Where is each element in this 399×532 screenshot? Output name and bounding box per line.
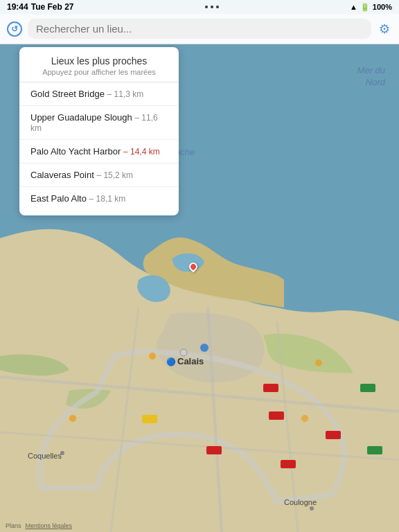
time: 19:44 — [7, 2, 28, 12]
svg-point-17 — [69, 415, 76, 422]
gear-icon[interactable]: ⚙ — [377, 21, 392, 37]
location-item-0[interactable]: Gold Street Bridge – 11,3 km — [19, 82, 179, 106]
status-left: 19:44 Tue Feb 27 — [7, 2, 74, 12]
status-bar: 19:44 Tue Feb 27 ▲ 🔋 100% — [0, 0, 399, 14]
date: Tue Feb 27 — [31, 2, 74, 12]
svg-rect-11 — [263, 384, 278, 392]
map-attribution: Plans Mentions légales — [6, 522, 72, 529]
svg-rect-7 — [206, 446, 222, 454]
location-name-3: Calaveras Point — [30, 170, 94, 180]
panel-title: Lieux les plus proches — [19, 55, 179, 68]
location-distance-0: – 11,3 km — [107, 89, 144, 99]
status-right: ▲ 🔋 100% — [350, 3, 392, 12]
svg-point-16 — [149, 353, 156, 360]
location-name-4: East Palo Alto — [30, 193, 87, 204]
refresh-arrow-icon: ↺ — [11, 24, 18, 34]
svg-rect-9 — [326, 431, 341, 439]
svg-rect-10 — [281, 460, 296, 468]
location-distance-2: – 14,4 km — [123, 147, 160, 157]
location-panel: Lieux les plus proches Appuyez pour affi… — [19, 47, 179, 215]
location-item-4[interactable]: East Palo Alto – 18,1 km — [19, 187, 179, 210]
svg-point-20 — [200, 344, 209, 352]
svg-rect-13 — [367, 446, 382, 454]
svg-point-15 — [310, 506, 314, 511]
location-name-2: Palo Alto Yacht Harbor — [30, 146, 121, 157]
location-item-3[interactable]: Calaveras Point – 15,2 km — [19, 163, 179, 187]
status-center — [205, 6, 219, 8]
map: Mer duNord Manche 🔵Calais Coquelles Coul… — [0, 44, 399, 532]
refresh-icon[interactable]: ↺ — [7, 21, 22, 37]
location-name-1: Upper Guadalupe Slough — [30, 112, 132, 123]
location-distance-3: – 15,2 km — [96, 170, 133, 180]
svg-rect-8 — [269, 411, 284, 420]
location-item-1[interactable]: Upper Guadalupe Slough – 11,6 km — [19, 106, 179, 140]
search-input[interactable] — [28, 19, 371, 39]
battery-percent: 100% — [373, 3, 392, 11]
location-name-0: Gold Street Bridge — [30, 89, 105, 99]
search-bar: ↺ ⚙ — [0, 14, 399, 44]
panel-subtitle: Appuyez pour afficher les marées — [19, 68, 179, 82]
svg-point-14 — [60, 451, 64, 455]
wifi-icon: ▲ — [350, 3, 357, 11]
location-distance-4: – 18,1 km — [89, 194, 126, 204]
dot3 — [216, 6, 219, 8]
svg-rect-6 — [142, 415, 157, 423]
svg-rect-12 — [360, 384, 375, 392]
dot1 — [205, 6, 208, 8]
svg-point-21 — [180, 349, 187, 356]
plans-label: Plans — [6, 522, 21, 529]
battery-icon: 🔋 — [360, 3, 370, 12]
location-item-2[interactable]: Palo Alto Yacht Harbor – 14,4 km — [19, 140, 179, 163]
svg-point-19 — [301, 415, 308, 422]
legal-link[interactable]: Mentions légales — [26, 522, 73, 529]
dot2 — [211, 6, 213, 8]
svg-point-18 — [315, 360, 322, 366]
